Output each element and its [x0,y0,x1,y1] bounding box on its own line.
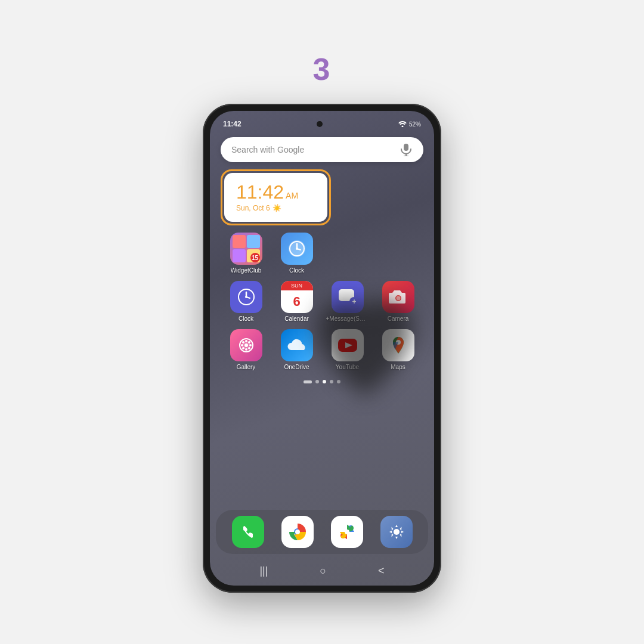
dock-item-settings[interactable] [380,516,413,548]
battery-text: 52% [409,121,421,128]
svg-point-35 [295,530,300,534]
onedrive-icon [281,329,313,361]
page-dot-1 [315,380,319,383]
nav-home-button[interactable]: ○ [320,565,326,577]
app-item-calendar[interactable]: SUN 6 Calendar [275,281,318,322]
svg-point-21 [245,340,247,342]
svg-rect-1 [404,144,408,151]
camera-icon [382,281,414,313]
clock-blue-label: Clock [289,267,304,274]
svg-point-37 [345,530,349,534]
page-dot-2 [323,380,326,383]
youtube-icon [332,329,364,361]
phone-frame: 11:42 52% Search with Google [203,104,441,593]
svg-point-12 [245,296,247,298]
svg-point-20 [244,343,248,347]
dock-item-photos[interactable] [331,516,363,548]
photos-icon [331,516,363,548]
camera-notch [317,121,323,127]
status-icons: 52% [398,121,421,128]
widgetclub-icon: 15 [230,233,262,265]
svg-point-8 [296,247,298,250]
calendar-label: Calendar [284,315,309,322]
gallery-label: Gallery [237,364,256,370]
dock [216,510,428,554]
page-dot-0 [304,380,312,383]
camera-label: Camera [388,315,409,322]
app-item-youtube[interactable]: YouTube [326,329,369,370]
settings-icon [380,516,413,548]
clock-widget-wrapper: 11:42 AM Sun, Oct 6 ☀️ [221,169,423,225]
clock-widget-border: 11:42 AM Sun, Oct 6 ☀️ [221,169,331,225]
svg-point-38 [394,529,400,535]
chrome-icon [281,516,314,548]
clock-am-pm: AM [286,191,298,200]
app-item-maps[interactable]: Maps [377,329,420,370]
app-row-2: Clock SUN 6 Calendar [221,281,423,322]
clock-purple-icon [230,281,262,313]
dock-item-chrome[interactable] [281,516,314,548]
search-text: Search with Google [231,145,304,154]
app-item-camera[interactable]: Camera [377,281,420,322]
clock-blue-icon [281,233,313,265]
maps-label: Maps [391,364,405,370]
widgetclub-label: WidgetClub [231,267,262,274]
app-item-onedrive[interactable]: OneDrive [275,329,318,370]
clock-date: Sun, Oct 6 ☀️ [236,204,281,212]
clock-purple-label: Clock [239,315,253,322]
dock-item-phone[interactable] [232,516,264,548]
heart-area: Clock SUN 6 Calendar [221,281,423,322]
svg-point-27 [242,347,244,349]
page-dots [221,377,423,386]
calendar-icon: SUN 6 [281,281,313,313]
svg-text:+: + [352,298,356,305]
svg-point-22 [245,348,247,351]
status-time: 11:42 [223,120,242,128]
page-container: 3 11:42 52% [0,0,644,644]
gallery-icon [230,329,262,361]
app-item-clock-blue[interactable]: Clock [275,233,318,274]
app-item-clock-purple[interactable]: Clock [225,281,268,322]
maps-icon [382,329,414,361]
svg-point-23 [241,344,243,346]
clock-widget[interactable]: 11:42 AM Sun, Oct 6 ☀️ [224,173,327,222]
app-row-3: Gallery OneDrive [221,329,423,370]
page-dot-4 [337,380,340,383]
message-icon: + [332,281,364,313]
step-number: 3 [313,51,332,87]
svg-point-0 [401,126,403,128]
clock-time-row: 11:42 AM [236,182,298,202]
svg-point-25 [242,341,244,343]
svg-point-28 [248,347,250,349]
svg-point-24 [249,344,252,346]
camera-dot [317,121,323,127]
svg-point-17 [396,296,400,301]
nav-recent-button[interactable]: ||| [259,565,268,577]
nav-bar: ||| ○ < [210,560,434,586]
home-content: Search with Google [210,132,434,510]
app-item-message[interactable]: + +Message(SM... [326,281,369,322]
page-dot-3 [330,380,333,383]
nav-back-button[interactable]: < [378,565,385,577]
phone-screen: 11:42 52% Search with Google [210,111,434,586]
svg-point-26 [248,341,250,343]
phone-icon [232,516,264,548]
app-item-gallery[interactable]: Gallery [225,329,268,370]
search-bar[interactable]: Search with Google [221,137,423,162]
app-row-1: 15 WidgetClub [221,233,423,274]
mic-icon[interactable] [400,143,413,156]
status-bar: 11:42 52% [210,111,434,132]
app-item-widgetclub[interactable]: 15 WidgetClub [225,233,268,274]
onedrive-label: OneDrive [284,364,309,370]
message-label: +Message(SM... [326,315,369,322]
clock-time: 11:42 [236,182,284,202]
wifi-icon [398,121,407,127]
youtube-label: YouTube [336,364,359,370]
